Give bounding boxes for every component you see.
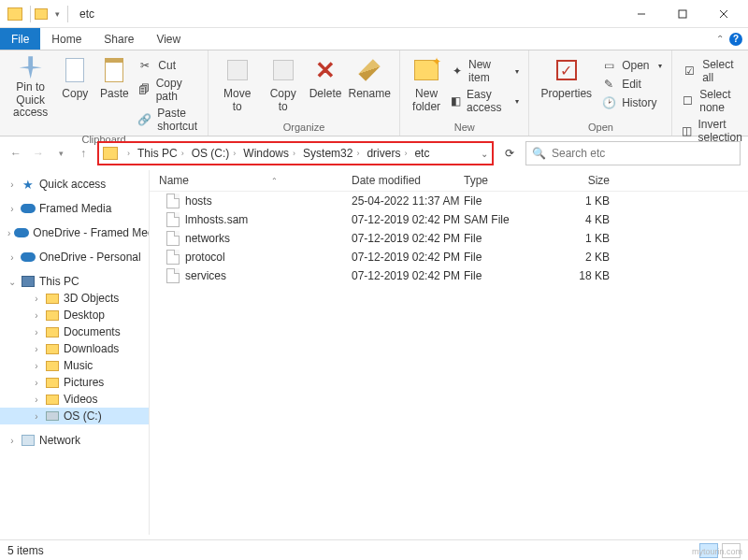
file-type: File xyxy=(464,251,548,264)
expand-icon[interactable]: › xyxy=(7,179,17,190)
chevron-down-icon: ▾ xyxy=(515,67,519,76)
select-all-icon: ☑ xyxy=(682,64,697,79)
tree-pc-child[interactable]: ›3D Objects xyxy=(0,290,149,307)
up-button[interactable]: ↑ xyxy=(75,145,92,162)
file-row[interactable]: services07-12-2019 02:42 PMFile18 KB xyxy=(150,266,748,285)
edit-button[interactable]: ✎Edit xyxy=(597,76,666,93)
column-name[interactable]: Name⌃ xyxy=(155,174,352,187)
tab-view[interactable]: View xyxy=(145,28,192,50)
expand-icon[interactable]: › xyxy=(7,436,17,446)
column-type[interactable]: Type xyxy=(464,174,548,187)
collapse-icon[interactable]: ⌄ xyxy=(7,277,17,287)
expand-icon[interactable]: › xyxy=(7,252,17,263)
tree-pc-child[interactable]: ›OS (C:) xyxy=(0,408,149,424)
chevron-right-icon: › xyxy=(356,149,359,158)
tree-pc-child[interactable]: ›Downloads xyxy=(0,340,149,357)
breadcrumb-windows[interactable]: Windows› xyxy=(241,147,301,160)
delete-button[interactable]: ✕Delete xyxy=(306,53,345,121)
copy-path-button[interactable]: 🗐Copy path xyxy=(134,76,202,104)
file-row[interactable]: lmhosts.sam07-12-2019 02:42 PMSAM File4 … xyxy=(150,210,748,229)
column-date[interactable]: Date modified xyxy=(352,174,464,187)
window-title: etc xyxy=(79,7,94,21)
tree-pc-child[interactable]: ›Pictures xyxy=(0,374,149,391)
tree-network[interactable]: ›Network xyxy=(0,432,149,449)
group-open-label: Open xyxy=(535,122,666,135)
refresh-button[interactable]: ⟳ xyxy=(499,143,520,164)
tree-this-pc[interactable]: ⌄This PC xyxy=(0,273,149,290)
search-input[interactable] xyxy=(552,147,734,160)
help-icon[interactable]: ? xyxy=(729,33,742,46)
breadcrumb-system32[interactable]: System32› xyxy=(301,147,365,160)
expand-icon[interactable]: › xyxy=(32,344,41,354)
forward-button[interactable]: → xyxy=(30,145,47,162)
tree-pc-child[interactable]: ›Music xyxy=(0,357,149,374)
ribbon-collapse-icon[interactable]: ⌃ xyxy=(716,34,724,44)
expand-icon[interactable]: › xyxy=(7,228,10,238)
tree-onedrive-framed[interactable]: ›OneDrive - Framed Media xyxy=(0,224,149,241)
cut-button[interactable]: ✂Cut xyxy=(134,57,202,74)
group-new: New folder ✦New item▾ ◧Easy access▾ New xyxy=(400,50,529,136)
breadcrumb-root-chevron[interactable]: › xyxy=(122,149,136,158)
tab-file[interactable]: File xyxy=(0,28,40,50)
move-to-button[interactable]: Move to xyxy=(214,53,260,121)
navigation-tree[interactable]: ›★Quick access ›Framed Media ›OneDrive -… xyxy=(0,170,150,535)
divider xyxy=(30,6,31,22)
qat-dropdown-icon[interactable]: ▾ xyxy=(55,9,60,19)
qat-folder-icon[interactable] xyxy=(35,8,48,20)
tab-home[interactable]: Home xyxy=(40,28,93,50)
rename-button[interactable]: Rename xyxy=(345,53,394,121)
column-size[interactable]: Size xyxy=(548,174,623,187)
tree-pc-child[interactable]: ›Documents xyxy=(0,323,149,340)
paste-shortcut-button[interactable]: 🔗Paste shortcut xyxy=(134,106,202,134)
breadcrumb-os-c[interactable]: OS (C:)› xyxy=(190,147,242,160)
breadcrumb-drivers[interactable]: drivers› xyxy=(365,147,412,160)
file-row[interactable]: hosts25-04-2022 11:37 AMFile1 KB xyxy=(150,192,748,210)
cut-label: Cut xyxy=(158,59,176,72)
open-icon: ▭ xyxy=(601,58,616,73)
pin-to-quick-access-button[interactable]: Pin to Quick access xyxy=(6,53,55,121)
history-button[interactable]: 🕑History xyxy=(597,94,666,111)
expand-icon[interactable]: › xyxy=(32,378,41,388)
tree-pc-child[interactable]: ›Videos xyxy=(0,391,149,408)
select-all-button[interactable]: ☑Select all xyxy=(678,57,748,85)
paste-button[interactable]: Paste xyxy=(94,53,134,121)
file-row[interactable]: protocol07-12-2019 02:42 PMFile2 KB xyxy=(150,248,748,266)
recent-locations-button[interactable]: ▾ xyxy=(52,145,69,162)
tree-quick-access[interactable]: ›★Quick access xyxy=(0,176,149,193)
tab-share[interactable]: Share xyxy=(93,28,145,50)
expand-icon[interactable]: › xyxy=(32,294,41,304)
copy-to-button[interactable]: Copy to xyxy=(261,53,306,121)
expand-icon[interactable]: › xyxy=(32,411,41,422)
easy-access-button[interactable]: ◧Easy access▾ xyxy=(447,87,523,115)
close-button[interactable] xyxy=(703,1,744,27)
maximize-button[interactable] xyxy=(662,1,703,27)
new-item-button[interactable]: ✦New item▾ xyxy=(447,57,523,85)
move-to-label: Move to xyxy=(220,87,254,113)
tree-framed-media[interactable]: ›Framed Media xyxy=(0,200,149,217)
expand-icon[interactable]: › xyxy=(32,327,41,337)
expand-icon[interactable]: › xyxy=(32,361,41,371)
address-bar[interactable]: › This PC› OS (C:)› Windows› System32› d… xyxy=(97,141,494,165)
select-all-label: Select all xyxy=(702,58,747,84)
back-button[interactable]: ← xyxy=(7,145,24,162)
copy-button[interactable]: Copy xyxy=(55,53,94,121)
tree-pc-child[interactable]: ›Desktop xyxy=(0,307,149,323)
file-row[interactable]: networks07-12-2019 02:42 PMFile1 KB xyxy=(150,229,748,248)
expand-icon[interactable]: › xyxy=(32,395,41,405)
expand-icon[interactable]: › xyxy=(32,310,41,321)
tree-onedrive-personal[interactable]: ›OneDrive - Personal xyxy=(0,249,149,266)
breadcrumb-etc[interactable]: etc xyxy=(412,147,431,160)
select-none-button[interactable]: ☐Select none xyxy=(678,87,748,115)
expand-icon[interactable]: › xyxy=(7,204,17,214)
breadcrumb-this-pc[interactable]: This PC› xyxy=(136,147,190,160)
file-size: 1 KB xyxy=(548,194,623,208)
search-box[interactable]: 🔍 xyxy=(525,141,741,165)
invert-selection-icon: ◫ xyxy=(682,123,692,138)
address-dropdown-icon[interactable]: ⌄ xyxy=(481,149,488,159)
new-folder-button[interactable]: New folder xyxy=(406,53,447,121)
file-list[interactable]: Name⌃ Date modified Type Size hosts25-04… xyxy=(150,170,748,535)
folder-icon xyxy=(45,292,60,305)
open-button[interactable]: ▭Open▾ xyxy=(597,57,666,74)
minimize-button[interactable] xyxy=(621,1,662,27)
properties-button[interactable]: ✓Properties xyxy=(535,53,597,121)
